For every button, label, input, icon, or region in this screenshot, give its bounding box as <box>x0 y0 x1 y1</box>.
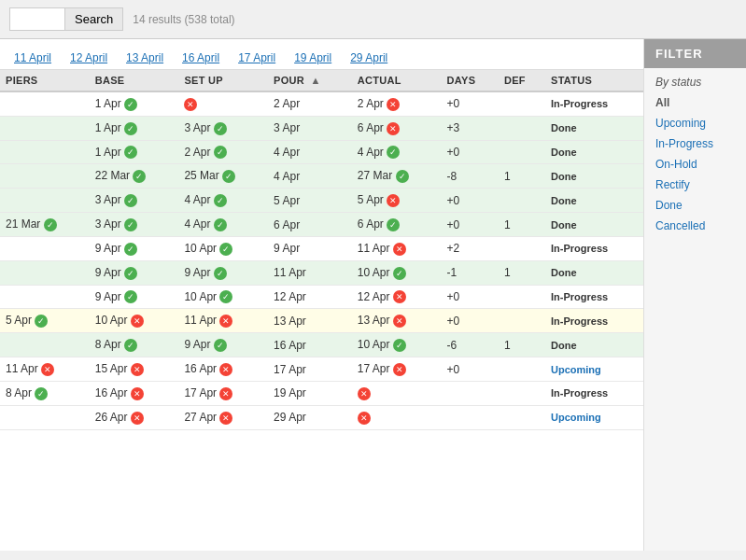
cell-status: Done <box>545 116 643 140</box>
err-icon <box>219 412 232 425</box>
err-icon <box>387 194 400 207</box>
cell-pour: 2 Apr <box>268 91 352 116</box>
cell-actual: 17 Apr <box>352 357 442 382</box>
cell-base: 15 Apr <box>90 357 179 382</box>
sidebar-filter-item[interactable]: In-Progress <box>644 133 746 154</box>
cell-base: 1 Apr <box>90 91 179 116</box>
cell-days: +0 <box>442 213 499 237</box>
cell-status: In-Progress <box>545 91 643 116</box>
table-row: 1 Apr 3 Apr 3 Apr6 Apr +3Done <box>0 116 643 140</box>
results-count: 14 results ( <box>133 13 188 26</box>
cell-days: +0 <box>442 309 499 333</box>
cell-days: +0 <box>442 91 499 116</box>
sidebar-filter-item[interactable]: Done <box>644 195 746 216</box>
col-header-days: DAYS <box>442 70 499 91</box>
cell-def <box>499 91 545 116</box>
cell-actual: 4 Apr <box>352 140 442 164</box>
cell-def <box>499 381 545 405</box>
cell-pour: 13 Apr <box>268 309 352 333</box>
ok-icon <box>214 267 227 280</box>
cell-base: 1 Apr <box>90 116 179 140</box>
ok-icon <box>124 146 137 159</box>
date-tab[interactable]: 19 April <box>286 47 340 69</box>
table-row: 8 Apr 16 Apr 17 Apr 19 AprIn-Progress <box>0 381 643 405</box>
err-icon <box>131 363 144 376</box>
cell-status: Upcoming <box>545 357 643 382</box>
ok-icon <box>124 243 137 256</box>
cell-piers: 8 Apr <box>0 381 90 405</box>
cell-days: -8 <box>442 164 499 189</box>
results-text: 14 results (538 total) <box>133 13 234 26</box>
cell-base: 1 Apr <box>90 140 179 164</box>
total-count: 538 total <box>189 13 232 26</box>
table-row: 21 Mar 3 Apr 4 Apr 6 Apr6 Apr +01Done <box>0 213 643 237</box>
err-icon <box>219 363 232 376</box>
cell-piers <box>0 260 90 285</box>
search-input[interactable] <box>9 7 65 31</box>
err-icon <box>393 290 406 303</box>
table-row: 8 Apr 9 Apr 16 Apr10 Apr -61Done <box>0 333 643 357</box>
cell-status: Done <box>545 164 643 189</box>
table-row: 26 Apr 27 Apr 29 AprUpcoming <box>0 405 643 429</box>
content-area: 11 April12 April13 April16 April17 April… <box>0 39 643 551</box>
cell-piers <box>0 116 90 140</box>
cell-setup <box>178 91 268 116</box>
col-header-pour[interactable]: POUR ▲ <box>268 70 352 91</box>
date-tab[interactable]: 17 April <box>230 47 284 69</box>
sidebar-filter-item[interactable]: On-Hold <box>644 154 746 175</box>
err-icon <box>41 363 54 376</box>
cell-base: 26 Apr <box>90 405 179 429</box>
cell-pour: 6 Apr <box>268 213 352 237</box>
cell-status: Done <box>545 189 643 213</box>
cell-setup: 10 Apr <box>178 285 268 309</box>
ok-icon <box>222 170 235 183</box>
col-header-def: DEF <box>499 70 545 91</box>
cell-actual: 10 Apr <box>352 260 442 285</box>
cell-def <box>499 309 545 333</box>
cell-setup: 10 Apr <box>178 236 268 260</box>
cell-pour: 17 Apr <box>268 357 352 382</box>
date-tab[interactable]: 29 April <box>342 47 396 69</box>
date-tab[interactable]: 11 April <box>6 47 60 69</box>
cell-def <box>499 116 545 140</box>
cell-piers <box>0 140 90 164</box>
ok-icon <box>35 315 48 328</box>
cell-piers <box>0 333 90 357</box>
err-icon <box>184 98 197 111</box>
cell-pour: 19 Apr <box>268 381 352 405</box>
cell-piers <box>0 91 90 116</box>
cell-pour: 3 Apr <box>268 116 352 140</box>
cell-piers <box>0 189 90 213</box>
search-button[interactable]: Search <box>64 7 123 31</box>
ok-icon <box>124 218 137 231</box>
cell-base: 9 Apr <box>90 285 179 309</box>
table-row: 9 Apr 9 Apr 11 Apr10 Apr -11Done <box>0 260 643 285</box>
cell-setup: 3 Apr <box>178 116 268 140</box>
col-header-status: STATUS <box>545 70 643 91</box>
ok-icon <box>387 146 400 159</box>
cell-days: +0 <box>442 189 499 213</box>
col-header-base: BASE <box>90 70 179 91</box>
cell-piers <box>0 164 90 189</box>
sidebar-filter-item[interactable]: Rectify <box>644 175 746 195</box>
cell-setup: 16 Apr <box>178 357 268 382</box>
sidebar-filter-item[interactable]: Upcoming <box>644 113 746 133</box>
cell-days: +0 <box>442 140 499 164</box>
cell-base: 16 Apr <box>90 381 179 405</box>
date-tab[interactable]: 12 April <box>62 47 116 69</box>
sidebar-filter-item[interactable]: Cancelled <box>644 216 746 236</box>
err-icon <box>131 412 144 425</box>
date-tab[interactable]: 13 April <box>118 47 172 69</box>
cell-actual: 10 Apr <box>352 333 442 357</box>
date-tab[interactable]: 16 April <box>174 47 228 69</box>
err-icon <box>131 387 144 400</box>
ok-icon <box>387 218 400 231</box>
cell-base: 22 Mar <box>90 164 179 189</box>
sidebar-section-label: By status <box>644 68 746 92</box>
cell-status: In-Progress <box>545 236 643 260</box>
ok-icon <box>133 170 146 183</box>
cell-def <box>499 140 545 164</box>
cell-days: +3 <box>442 116 499 140</box>
main-table: PIERSBASESET UPPOUR ▲ACTUALDAYSDEFSTATUS… <box>0 70 643 430</box>
cell-piers: 11 Apr <box>0 357 90 382</box>
